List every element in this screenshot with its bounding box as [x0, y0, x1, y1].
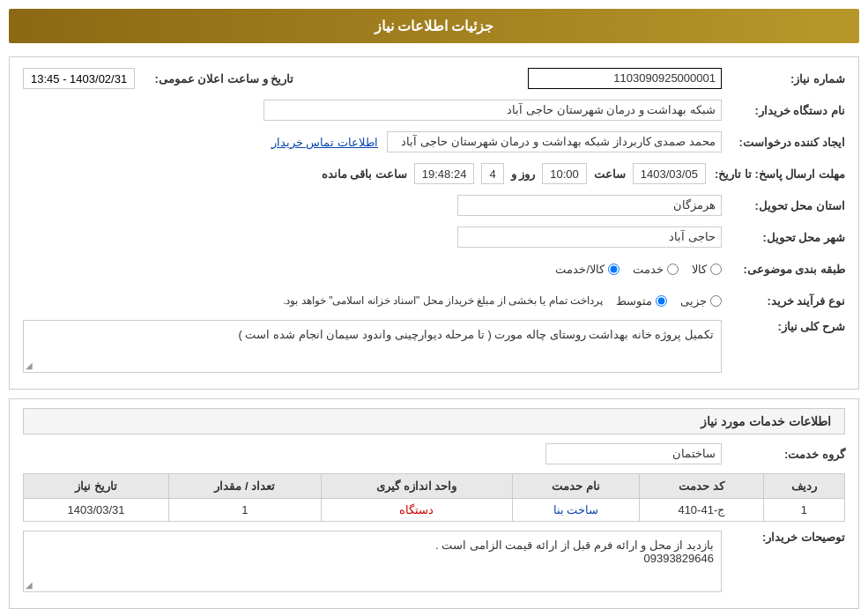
announcement-label: تاریخ و ساعت اعلان عمومی:: [135, 72, 293, 85]
deadline-remaining: 19:48:24: [414, 163, 475, 184]
services-section-title: اطلاعات خدمات مورد نیاز: [23, 408, 845, 434]
row-num: 1: [763, 499, 844, 522]
category-option-kala[interactable]: کالا: [692, 263, 722, 276]
category-option-khedmat[interactable]: خدمت: [633, 263, 679, 276]
services-table: ردیف کد حدمت نام حدمت واحد اندازه گیری ت…: [23, 473, 845, 522]
buyer-description-value: بازدید از محل و ارائه فرم قبل از ارائه ق…: [435, 538, 714, 565]
buyer-description-label: توصیحات خریدار:: [722, 531, 845, 544]
purchase-type-note: پرداخت تمام یا بخشی از مبلغ خریداز محل "…: [283, 294, 603, 307]
deadline-remaining-label: ساعت باقی مانده: [322, 167, 407, 181]
requester-value: محمد صمدی کاربرداز شبکه بهداشت و درمان ش…: [387, 131, 722, 152]
quantity: 1: [169, 499, 322, 522]
deadline-time: 10:00: [542, 163, 587, 184]
table-header-service-name: نام حدمت: [513, 474, 640, 499]
requester-label: ایجاد کننده درخواست:: [722, 136, 845, 149]
buyer-agency-label: نام دستگاه خریدار:: [722, 104, 845, 117]
delivery-city-value: حاجی آباد: [457, 227, 722, 248]
category-label: طبقه بندی موضوعی:: [722, 263, 845, 276]
general-description-label: شرح کلی نیاز:: [722, 320, 845, 333]
need-number-value: 1103090925000001: [528, 68, 722, 89]
deadline-days: 4: [481, 163, 503, 184]
deadline-time-label: ساعت: [594, 167, 626, 181]
general-description-value: تکمیل پروژه خانه بهداشت روستای چاله مورت…: [239, 328, 714, 341]
requester-contact-link[interactable]: اطلاعات تماس خریدار: [271, 136, 378, 149]
deadline-label: مهلت ارسال پاسخ: تا تاریخ:: [706, 167, 845, 181]
delivery-city-label: شهر محل تحویل:: [722, 231, 845, 244]
service-group-label: گروه خدمت:: [722, 448, 845, 461]
resize-handle-buyer[interactable]: ◢: [26, 580, 33, 590]
need-number-label: شماره نیاز:: [722, 72, 845, 85]
table-header-date: تاریخ نیاز: [24, 474, 169, 499]
purchase-type-jozii[interactable]: جزیی: [680, 294, 722, 308]
service-code: ج-41-410: [640, 499, 763, 522]
table-header-quantity: تعداد / مقدار: [169, 474, 322, 499]
deadline-date: 1403/03/05: [633, 163, 706, 184]
announcement-value: 1403/02/31 - 13:45: [23, 68, 135, 89]
general-description-box: تکمیل پروژه خانه بهداشت روستای چاله مورت…: [23, 320, 722, 373]
purchase-type-motavaset[interactable]: متوسط: [616, 294, 667, 308]
table-header-service-code: کد حدمت: [640, 474, 763, 499]
delivery-province-label: استان محل تحویل:: [722, 199, 845, 212]
need-date: 1403/03/31: [24, 499, 169, 522]
service-name: ساخت بنا: [513, 499, 640, 522]
purchase-type-label: نوع فرآیند خرید:: [722, 294, 845, 308]
deadline-day-label: روز و: [511, 167, 536, 181]
buyer-agency-value: شبکه بهداشت و درمان شهرستان حاجی آباد: [263, 100, 722, 121]
service-group-value: ساختمان: [545, 443, 722, 464]
category-option-both[interactable]: کالا/خدمت: [555, 263, 619, 276]
table-header-row-num: ردیف: [763, 474, 844, 499]
unit: دستگاه: [321, 499, 513, 522]
buyer-description-box: بازدید از محل و ارائه فرم قبل از ارائه ق…: [23, 531, 722, 592]
resize-handle[interactable]: ◢: [26, 360, 33, 370]
table-row: 1 ج-41-410 ساخت بنا دستگاه 1 1403/03/31: [24, 499, 845, 522]
table-header-unit: واحد اندازه گیری: [321, 474, 513, 499]
page-title: جزئیات اطلاعات نیاز: [9, 9, 859, 43]
delivery-province-value: هرمزگان: [457, 195, 722, 216]
